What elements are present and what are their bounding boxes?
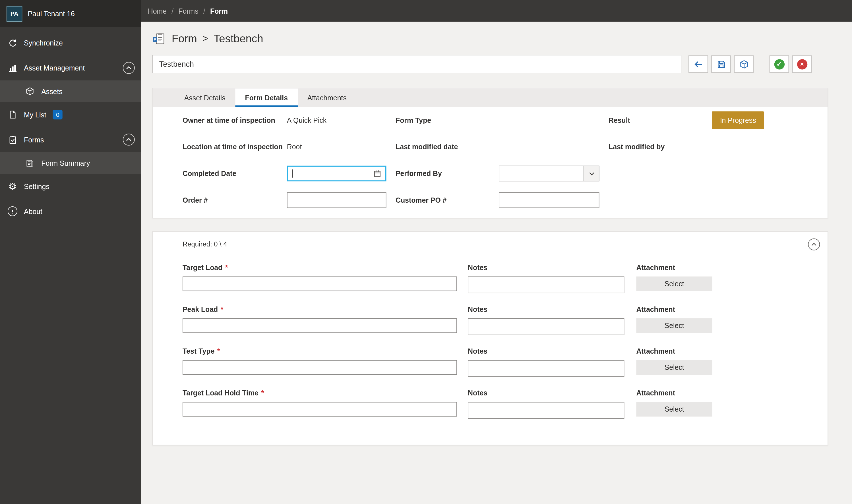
field-label: Test Type *	[182, 347, 457, 356]
form-type-label: Form Type	[395, 116, 499, 125]
order-input[interactable]	[287, 192, 387, 208]
sidebar-nav: Synchronize Asset Management	[0, 27, 141, 224]
breadcrumb-home[interactable]: Home	[148, 7, 167, 15]
close-icon: ×	[797, 59, 807, 69]
attachment-label: Attachment	[636, 389, 712, 398]
sidebar-item-about[interactable]: ! About	[0, 199, 141, 224]
sidebar-item-label: Synchronize	[24, 39, 63, 47]
test-type-notes-input[interactable]	[468, 360, 624, 377]
sidebar-item-synchronize[interactable]: Synchronize	[0, 31, 141, 55]
sidebar-item-label: Asset Management	[24, 64, 85, 72]
notes-label: Notes	[468, 389, 624, 398]
completed-date-label: Completed Date	[182, 169, 287, 178]
toolbar-button-group	[689, 55, 753, 73]
field-label: Peak Load *	[182, 305, 457, 314]
result-status-button[interactable]: In Progress	[712, 111, 764, 129]
sync-icon	[8, 38, 17, 48]
required-section-header: Required: 0 \ 4	[182, 232, 828, 250]
attachment-select-button[interactable]: Select	[636, 318, 712, 333]
sidebar-item-form-summary[interactable]: Form Summary	[0, 152, 141, 174]
breadcrumb-separator: /	[172, 7, 174, 15]
breadcrumb-separator: /	[203, 7, 205, 15]
field-label: Target Load *	[182, 264, 457, 272]
collapse-chevron-icon[interactable]	[123, 133, 135, 146]
chevron-down-icon[interactable]	[584, 166, 599, 181]
customer-po-input[interactable]	[499, 192, 599, 208]
tab-strip: Asset Details Form Details Attachments	[153, 88, 828, 107]
text-caret	[292, 169, 293, 178]
peak-load-notes-input[interactable]	[468, 318, 624, 335]
details-grid: Owner at time of inspection A Quick Pick…	[153, 107, 828, 218]
performed-by-label: Performed By	[395, 169, 499, 178]
form-name-input[interactable]	[152, 55, 681, 73]
page-subtitle: Testbench	[214, 32, 263, 45]
my-list-count-badge: 0	[53, 110, 63, 120]
field-row-target-load: Target Load * Notes Attachment Select	[182, 264, 828, 293]
check-icon: ✓	[774, 59, 784, 69]
target-load-notes-input[interactable]	[468, 276, 624, 293]
calendar-icon[interactable]	[373, 169, 381, 178]
form-details-card: Asset Details Form Details Attachments O…	[152, 88, 828, 219]
collapse-chevron-icon[interactable]	[123, 62, 135, 74]
required-rows: Target Load * Notes Attachment Select	[182, 264, 828, 419]
field-label: Target Load Hold Time *	[182, 389, 457, 398]
attachment-select-button[interactable]: Select	[636, 276, 712, 291]
tenant-header[interactable]: PA Paul Tenant 16	[0, 0, 141, 27]
attachment-label: Attachment	[636, 347, 712, 356]
tenant-name: Paul Tenant 16	[28, 10, 74, 18]
target-load-hold-time-input[interactable]	[182, 402, 457, 417]
sidebar-item-assets[interactable]: Assets	[0, 80, 141, 102]
forms-icon	[8, 135, 17, 144]
breadcrumb-forms[interactable]: Forms	[178, 7, 198, 15]
order-label: Order #	[182, 196, 287, 204]
title-separator: >	[202, 33, 208, 44]
completed-date-input[interactable]	[287, 166, 387, 181]
toolbar-status-group: ✓ ×	[769, 55, 812, 73]
target-load-hold-time-notes-input[interactable]	[468, 402, 624, 419]
attachment-select-button[interactable]: Select	[636, 402, 712, 417]
package-button[interactable]	[734, 55, 753, 73]
tab-attachments[interactable]: Attachments	[298, 88, 356, 107]
sidebar-item-label: Assets	[41, 87, 63, 95]
tab-form-details[interactable]: Form Details	[235, 88, 298, 107]
sidebar-item-label: About	[24, 207, 42, 215]
collapse-section-icon[interactable]	[808, 238, 820, 250]
customer-po-label: Customer PO #	[395, 196, 499, 204]
page-title: Form	[172, 32, 197, 45]
sidebar-item-asset-management[interactable]: Asset Management	[0, 55, 141, 80]
approve-button[interactable]: ✓	[769, 55, 789, 73]
test-type-input[interactable]	[182, 360, 457, 375]
sidebar-item-my-list[interactable]: My List 0	[0, 102, 141, 127]
page-header: Form > Testbench	[152, 31, 852, 47]
sidebar-item-settings[interactable]: ⚙ Settings	[0, 174, 141, 199]
tab-asset-details[interactable]: Asset Details	[174, 88, 235, 107]
last-modified-date-label: Last modified date	[395, 143, 499, 151]
field-row-peak-load: Peak Load * Notes Attachment Select	[182, 305, 828, 335]
sidebar: PA Paul Tenant 16 Synchronize	[0, 0, 141, 504]
performed-by-value	[499, 166, 584, 181]
location-value: Root	[287, 143, 395, 151]
back-button[interactable]	[689, 55, 708, 73]
owner-value: A Quick Pick	[287, 116, 395, 125]
notes-label: Notes	[468, 264, 624, 272]
target-load-input[interactable]	[182, 276, 457, 291]
attachment-label: Attachment	[636, 305, 712, 314]
notes-label: Notes	[468, 347, 624, 356]
sidebar-item-forms[interactable]: Forms	[0, 127, 141, 152]
save-button[interactable]	[711, 55, 731, 73]
bar-chart-icon	[8, 63, 17, 73]
required-asterisk: *	[225, 264, 228, 272]
sidebar-item-label: Forms	[24, 136, 44, 144]
field-row-test-type: Test Type * Notes Attachment Select	[182, 347, 828, 377]
attachment-select-button[interactable]: Select	[636, 360, 712, 375]
avatar: PA	[6, 6, 22, 21]
required-asterisk: *	[217, 347, 220, 355]
owner-label: Owner at time of inspection	[182, 116, 287, 125]
toolbar: ✓ ×	[152, 53, 852, 75]
notes-label: Notes	[468, 305, 624, 314]
performed-by-select[interactable]	[499, 166, 599, 181]
peak-load-input[interactable]	[182, 318, 457, 333]
attachment-label: Attachment	[636, 264, 712, 272]
last-modified-by-label: Last modified by	[608, 143, 712, 151]
reject-button[interactable]: ×	[792, 55, 812, 73]
